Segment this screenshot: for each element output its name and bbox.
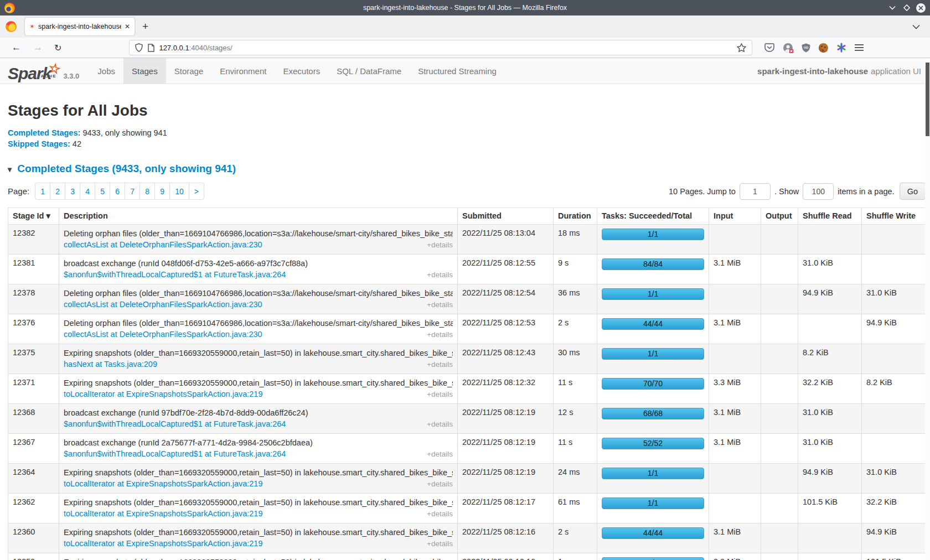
page-button-9[interactable]: 9	[154, 183, 170, 200]
items-per-page-input[interactable]	[803, 183, 834, 200]
completed-stages-stat: Completed Stages: 9433, only showing 941	[8, 127, 926, 138]
page-scrollbar[interactable]	[925, 59, 930, 560]
asterisk-extension-icon[interactable]	[836, 43, 846, 53]
details-toggle[interactable]: +details	[427, 509, 453, 519]
page-button-2[interactable]: 2	[50, 183, 65, 200]
tasks-count: 1/1	[648, 230, 658, 238]
reload-button[interactable]: ↻	[54, 43, 61, 53]
stage-callsite-link[interactable]: hasNext at Tasks.java:209	[64, 359, 157, 370]
column-header[interactable]: Description	[59, 208, 458, 225]
next-page-button[interactable]: >	[189, 183, 204, 200]
ublock-shield-icon[interactable]: UO	[802, 43, 810, 53]
details-toggle[interactable]: +details	[427, 538, 453, 549]
completed-stages-section-toggle[interactable]: ▾ Completed Stages (9433, only showing 9…	[8, 163, 926, 175]
nav-tab-executors[interactable]: Executors	[275, 58, 328, 84]
column-header[interactable]: Submitted	[458, 208, 554, 225]
stage-callsite-link[interactable]: toLocalIterator at ExpireSnapshotsSparkA…	[64, 389, 263, 400]
nav-tab-stages[interactable]: Stages	[123, 58, 166, 84]
details-toggle[interactable]: +details	[427, 419, 453, 429]
spark-logo[interactable]: APACHESpark☆ 3.3.0	[0, 58, 81, 84]
nav-tab-structured-streaming[interactable]: Structured Streaming	[410, 58, 505, 84]
stage-callsite-link[interactable]: $anonfun$withThreadLocalCaptured$1 at Fu…	[64, 419, 286, 429]
list-all-tabs-icon[interactable]	[912, 24, 920, 29]
column-header[interactable]: Duration	[554, 208, 597, 225]
page-button-7[interactable]: 7	[125, 183, 140, 200]
submitted-cell: 2022/11/25 08:12:19	[458, 434, 554, 464]
svg-text:UO: UO	[804, 45, 809, 49]
page-button-1[interactable]: 1	[35, 183, 50, 200]
stage-callsite-link[interactable]: toLocalIterator at ExpireSnapshotsSparkA…	[64, 538, 263, 549]
completed-stages-value: 9433, only showing 941	[82, 128, 167, 137]
url-path: :4040/stages/	[189, 44, 232, 52]
collapse-arrow-icon: ▾	[8, 165, 12, 174]
stage-id-cell: 12376	[8, 314, 59, 344]
hamburger-menu-icon[interactable]	[855, 44, 864, 51]
page-button-10[interactable]: 10	[169, 183, 189, 200]
shuffle-read-cell	[798, 523, 862, 553]
details-toggle[interactable]: +details	[427, 479, 453, 489]
details-toggle[interactable]: +details	[427, 389, 453, 400]
nav-tab-sql-dataframe[interactable]: SQL / DataFrame	[328, 58, 410, 84]
page-button-8[interactable]: 8	[140, 183, 155, 200]
shuffle-write-cell: 32.2 KiB	[862, 494, 926, 523]
nav-tab-storage[interactable]: Storage	[166, 58, 212, 84]
forward-button[interactable]: →	[33, 42, 43, 53]
column-header[interactable]: Stage Id ▾	[8, 208, 59, 225]
column-header[interactable]: Output	[761, 208, 798, 225]
stage-callsite-link[interactable]: toLocalIterator at ExpireSnapshotsSparkA…	[64, 479, 263, 489]
shuffle-write-cell	[862, 225, 926, 255]
shuffle-write-cell	[862, 404, 926, 434]
browser-tab[interactable]: ✶ spark-ingest-into-lakehouse ✕	[25, 18, 135, 35]
pocket-icon[interactable]	[764, 43, 774, 52]
nav-tab-environment[interactable]: Environment	[211, 58, 275, 84]
details-toggle[interactable]: +details	[427, 449, 453, 459]
shuffle-read-cell	[798, 225, 862, 255]
stage-callsite-link[interactable]: $anonfun$withThreadLocalCaptured$1 at Fu…	[64, 269, 286, 280]
table-row: 12376 Deleting orphan files (older_than=…	[8, 314, 926, 344]
page-button-4[interactable]: 4	[80, 183, 95, 200]
nav-tab-jobs[interactable]: Jobs	[89, 58, 123, 84]
table-row: 12378 Deleting orphan files (older_than=…	[8, 284, 926, 314]
stage-callsite-link[interactable]: collectAsList at DeleteOrphanFilesSparkA…	[64, 240, 262, 250]
stage-callsite-link[interactable]: toLocalIterator at ExpireSnapshotsSparkA…	[64, 509, 263, 519]
page-button-5[interactable]: 5	[95, 183, 110, 200]
tasks-progress-bar: 70/70	[602, 378, 704, 390]
stage-callsite-link[interactable]: collectAsList at DeleteOrphanFilesSparkA…	[64, 299, 262, 310]
jump-to-page-input[interactable]	[740, 183, 771, 200]
duration-cell: 61 ms	[554, 494, 597, 523]
scrollbar-thumb[interactable]	[926, 63, 929, 136]
description-cell: Expiring snapshots (older_than=166932055…	[59, 494, 458, 523]
duration-cell: 9 s	[554, 255, 597, 284]
bookmark-star-icon[interactable]	[737, 43, 746, 52]
cookie-extension-icon[interactable]	[819, 43, 828, 53]
tasks-progress-bar: 1/1	[602, 468, 704, 479]
page-info-icon[interactable]	[148, 44, 154, 52]
stage-id-cell: 12367	[8, 434, 59, 464]
shuffle-write-cell: 31.0 KiB	[862, 284, 926, 314]
go-button[interactable]: Go	[900, 183, 926, 200]
details-toggle[interactable]: +details	[427, 240, 453, 250]
page-button-3[interactable]: 3	[65, 183, 80, 200]
url-bar[interactable]: 127.0.0.1:4040/stages/	[129, 40, 752, 55]
shield-icon[interactable]	[135, 43, 143, 52]
column-header[interactable]: Shuffle Write	[862, 208, 926, 225]
details-toggle[interactable]: +details	[427, 359, 453, 370]
details-toggle[interactable]: +details	[427, 299, 453, 310]
new-tab-button[interactable]: +	[142, 20, 148, 33]
tasks-cell: 70/70	[597, 374, 709, 404]
details-toggle[interactable]: +details	[427, 269, 453, 280]
column-header[interactable]: Shuffle Read	[798, 208, 862, 225]
browser-toolbar: ← → ↻ 127.0.0.1:4040/stages/ UO	[0, 38, 930, 58]
column-header[interactable]: Tasks: Succeeded/Total	[597, 208, 709, 225]
tab-close-icon[interactable]: ✕	[125, 23, 130, 30]
stage-callsite-link[interactable]: collectAsList at DeleteOrphanFilesSparkA…	[64, 329, 262, 340]
details-toggle[interactable]: +details	[427, 329, 453, 340]
account-icon[interactable]	[783, 43, 793, 53]
stage-description: Expiring snapshots (older_than=166932055…	[64, 497, 453, 508]
show-text: . Show	[774, 187, 799, 196]
column-header[interactable]: Input	[709, 208, 761, 225]
page-button-6[interactable]: 6	[110, 183, 125, 200]
description-cell: Expiring snapshots (older_than=166932055…	[59, 553, 458, 560]
back-button[interactable]: ←	[12, 42, 21, 53]
stage-callsite-link[interactable]: $anonfun$withThreadLocalCaptured$1 at Fu…	[64, 449, 286, 459]
